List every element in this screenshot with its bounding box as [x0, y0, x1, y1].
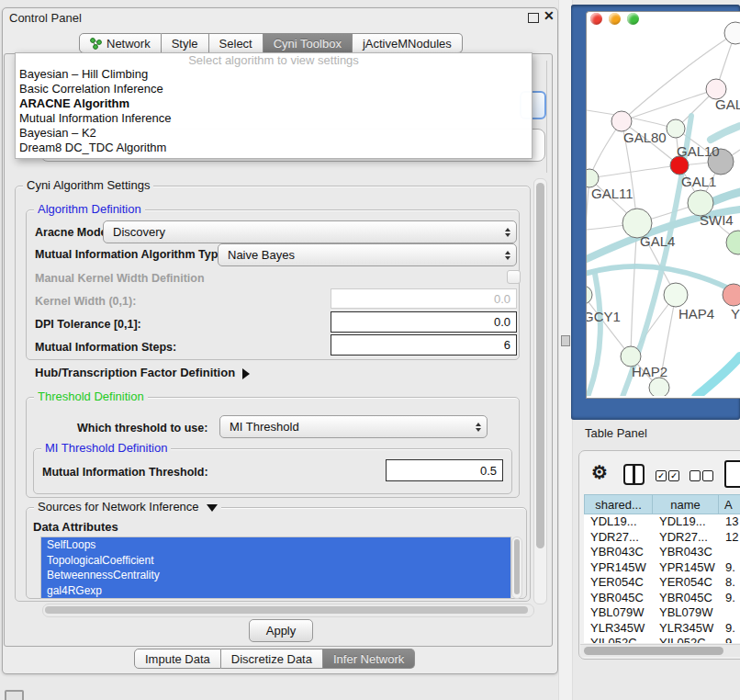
table-cell: 8.: [719, 575, 740, 591]
mi-type-combo[interactable]: Naive Bayes: [218, 243, 517, 266]
table-header-row: shared...nameA: [584, 494, 740, 514]
network-node[interactable]: [726, 231, 740, 254]
gear-icon[interactable]: ⚙: [591, 463, 608, 481]
network-node[interactable]: [667, 119, 685, 138]
settings-vertical-scrollbar[interactable]: [533, 178, 547, 604]
network-node[interactable]: [723, 284, 740, 306]
select-all-checkbox-icon[interactable]: ✓: [656, 470, 667, 481]
splitter-grip-icon[interactable]: [561, 335, 570, 346]
settings-horizontal-scrollbar[interactable]: [42, 604, 534, 617]
table-row[interactable]: YLR345WYLR345W9.: [584, 621, 740, 637]
scrollbar-thumb[interactable]: [536, 183, 544, 548]
attributes-list-scrollbar[interactable]: [511, 536, 522, 599]
tab-label: Impute Data: [145, 652, 210, 666]
table-row[interactable]: YDL19...YDL19...13: [584, 514, 740, 530]
table-cell: 12: [719, 530, 740, 546]
table-row[interactable]: YIL052CYIL052C9: [584, 636, 740, 643]
table-horizontal-scrollbar[interactable]: [580, 644, 740, 657]
dropdown-item[interactable]: Mutual Information Inference: [16, 111, 532, 126]
table-cell: YER054C: [653, 575, 719, 591]
data-attributes-label: Data Attributes: [33, 520, 118, 534]
data-attributes-list[interactable]: SelfLoopsTopologicalCoefficientBetweenne…: [40, 536, 511, 599]
dropdown-item[interactable]: ARACNE Algorithm: [16, 96, 532, 111]
dropdown-item[interactable]: Bayesian – K2: [16, 126, 532, 141]
expand-right-icon[interactable]: [242, 368, 250, 379]
table-row[interactable]: YBR043CYBR043C: [584, 545, 740, 560]
table-panel-title: Table Panel: [585, 426, 647, 440]
network-node-label: Y: [731, 306, 740, 322]
network-node-label: GAL: [715, 96, 740, 112]
deselect-all-checkbox-icon[interactable]: [702, 470, 713, 481]
dropdown-item[interactable]: Bayesian – Hill Climbing: [16, 67, 532, 82]
minimized-panel-icon[interactable]: [5, 690, 24, 700]
tab-infer-network[interactable]: Infer Network: [323, 649, 415, 669]
network-node[interactable]: [724, 22, 740, 44]
dpi-tolerance-field[interactable]: 0.0: [331, 311, 517, 333]
columns-icon[interactable]: [623, 464, 645, 485]
algorithm-dropdown-popup: Select algorithm to view settings Bayesi…: [15, 52, 533, 159]
float-window-icon[interactable]: [528, 13, 539, 23]
tab-network[interactable]: Network: [79, 33, 162, 53]
collapse-down-icon[interactable]: [207, 504, 218, 512]
mi-steps-field[interactable]: 6: [331, 334, 517, 356]
network-edge[interactable]: [589, 165, 679, 178]
network-canvas[interactable]: GALGAL80GAL10GAL1GAL11SWI4GAL4GCY1HAP4YH…: [587, 12, 740, 396]
manual-kernel-checkbox[interactable]: [507, 270, 521, 284]
tab-label: Cyni Toolbox: [274, 37, 342, 51]
scrollbar-thumb[interactable]: [45, 606, 528, 614]
tab-style[interactable]: Style: [162, 33, 209, 53]
table-row[interactable]: YPR145WYPR145W9.: [584, 560, 740, 576]
table-cell: YBR043C: [653, 545, 719, 560]
tab-cyni-toolbox[interactable]: Cyni Toolbox: [263, 33, 353, 53]
network-edge-weighted[interactable]: [696, 356, 740, 396]
network-node[interactable]: [670, 156, 689, 175]
network-node[interactable]: [587, 286, 592, 304]
table-row[interactable]: YER054CYER054C8.: [584, 575, 740, 591]
table-row[interactable]: YBR045CYBR045C9.: [584, 591, 740, 606]
sources-group-title[interactable]: Sources for Network Inference: [34, 500, 221, 514]
scrollbar-thumb[interactable]: [584, 647, 723, 655]
select-all-checkbox-icon[interactable]: ✓: [668, 470, 679, 481]
table-column-header[interactable]: shared...: [584, 494, 653, 514]
apply-button[interactable]: Apply: [249, 619, 313, 642]
attribute-list-item[interactable]: BetweennessCentrality: [41, 568, 510, 583]
aracne-mode-value: Discovery: [113, 225, 165, 239]
table-row[interactable]: YDR27...YDR27...12: [584, 530, 740, 546]
tab-label: Select: [219, 37, 252, 51]
network-node-label: GAL4: [640, 233, 675, 249]
network-edge[interactable]: [587, 295, 631, 356]
tab-impute-data[interactable]: Impute Data: [134, 649, 221, 669]
hub-definition-toggle[interactable]: Hub/Transcription Factor Definition: [35, 366, 250, 379]
network-edge-weighted[interactable]: [711, 126, 740, 140]
tab-label: Style: [172, 37, 198, 51]
network-node[interactable]: [611, 111, 632, 131]
table-column-header[interactable]: A: [719, 494, 740, 514]
network-node[interactable]: [649, 378, 669, 396]
scrollbar-thumb[interactable]: [514, 539, 520, 594]
network-node[interactable]: [664, 283, 688, 307]
mi-threshold-field[interactable]: 0.5: [386, 459, 503, 481]
table-cell: 13: [719, 514, 740, 530]
tab-select[interactable]: Select: [209, 33, 263, 53]
attribute-list-item[interactable]: TopologicalCoefficient: [41, 553, 510, 569]
close-icon[interactable]: ✕: [544, 8, 555, 23]
mi-threshold-label: Mutual Information Threshold:: [42, 466, 208, 479]
document-icon[interactable]: [724, 460, 740, 488]
attribute-list-item[interactable]: SelfLoops: [41, 537, 510, 553]
network-edge[interactable]: [587, 178, 589, 295]
tab-jactivemnodules[interactable]: jActiveMNodules: [353, 33, 463, 53]
table-row[interactable]: YBL079WYBL079W: [584, 605, 740, 621]
dropdown-item[interactable]: Dream8 DC_TDC Algorithm: [16, 141, 532, 155]
aracne-mode-combo[interactable]: Discovery: [103, 220, 517, 243]
network-edge[interactable]: [622, 89, 716, 121]
which-threshold-combo[interactable]: MI Threshold: [219, 415, 488, 438]
table-cell: YBL079W: [653, 605, 719, 621]
kernel-width-field[interactable]: 0.0: [331, 288, 517, 309]
tab-discretize-data[interactable]: Discretize Data: [221, 649, 323, 669]
dropdown-item[interactable]: Basic Correlation Inference: [16, 82, 532, 96]
attribute-list-item[interactable]: gal4RGexp: [41, 583, 510, 599]
deselect-all-checkbox-icon[interactable]: [690, 470, 701, 481]
table-column-header[interactable]: name: [653, 494, 719, 514]
table-cell: YDL19...: [584, 514, 653, 530]
manual-kernel-label: Manual Kernel Width Definition: [35, 272, 205, 285]
